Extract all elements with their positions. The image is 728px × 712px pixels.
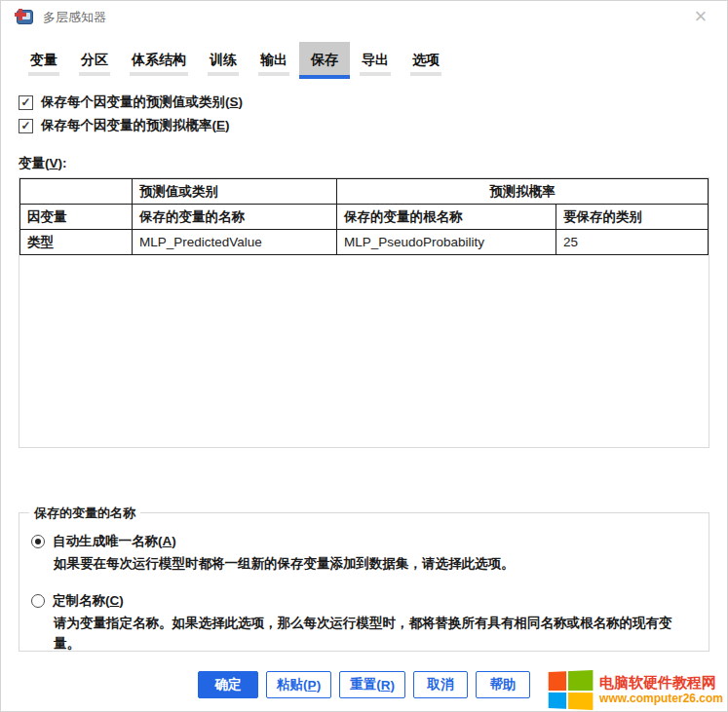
table-header-root-name: 保存的变量的根名称 [337, 205, 556, 230]
tab-partitions[interactable]: 分区 [69, 42, 120, 79]
cancel-button[interactable]: 取消 [413, 671, 468, 698]
group-title: 保存的变量的名称 [29, 505, 140, 522]
table-header-dependent-var: 因变量 [20, 205, 133, 230]
table-cell-row-label: 类型 [20, 230, 133, 255]
mlp-dialog: { "window": { "title": "多层感知器", "close_g… [0, 0, 728, 712]
table-group-header-pseudo-prob: 预测拟概率 [337, 179, 709, 205]
paste-button[interactable]: 粘贴(P) [266, 671, 331, 698]
checkbox-icon[interactable]: ✓ [19, 95, 33, 110]
tab-variables[interactable]: 变量 [19, 42, 69, 79]
watermark: 电脑软硬件教程网 www.computer26.com [547, 671, 723, 709]
tab-strip: 变量 分区 体系结构 训练 输出 保存 导出 选项 [19, 42, 727, 79]
table-row: 类型 MLP_PredictedValue MLP_PseudoProbabil… [20, 230, 709, 255]
tab-architecture[interactable]: 体系结构 [120, 42, 198, 79]
close-icon[interactable]: × [688, 5, 713, 28]
checkbox-label: 保存每个因变量的预测值或类别(S) [41, 94, 243, 111]
table-cell-empty [20, 179, 133, 205]
radio-custom-names[interactable]: 定制名称(C) [31, 592, 697, 610]
radio-label: 定制名称(C) [53, 592, 124, 610]
table-cell-pseudo-probability-name[interactable]: MLP_PseudoProbability [337, 230, 556, 255]
saved-variable-names-group: 保存的变量的名称 自动生成唯一名称(A) 如果要在每次运行模型时都将一组新的保存… [19, 512, 709, 652]
variables-label: 变量(V): [19, 155, 727, 172]
checkbox-save-predicted-value[interactable]: ✓ 保存每个因变量的预测值或类别(S) [19, 91, 727, 114]
tab-training[interactable]: 训练 [198, 42, 249, 79]
radio-custom-description: 请为变量指定名称。如果选择此选项，那么每次运行模型时，都将替换所有具有相同名称或… [54, 613, 697, 655]
variables-panel: 预测值或类别 预测拟概率 因变量 保存的变量的名称 保存的变量的根名称 要保存的… [19, 177, 709, 448]
ok-button[interactable]: 确定 [198, 671, 258, 698]
checkbox-label: 保存每个因变量的预测拟概率(E) [41, 117, 230, 134]
spss-dialog-icon [15, 9, 34, 26]
tab-save[interactable]: 保存 [299, 42, 350, 79]
radio-auto-generate-names[interactable]: 自动生成唯一名称(A) [31, 533, 697, 550]
tab-options[interactable]: 选项 [401, 42, 451, 79]
save-options: ✓ 保存每个因变量的预测值或类别(S) ✓ 保存每个因变量的预测拟概率(E) [19, 91, 727, 137]
checkbox-icon[interactable]: ✓ [19, 119, 33, 133]
window-title: 多层感知器 [43, 9, 106, 26]
radio-icon[interactable] [31, 535, 45, 548]
checkbox-save-pseudo-probability[interactable]: ✓ 保存每个因变量的预测拟概率(E) [19, 114, 727, 137]
tab-export[interactable]: 导出 [350, 42, 401, 79]
radio-icon[interactable] [31, 594, 45, 608]
windows-logo-icon [549, 670, 594, 710]
table-cell-predicted-value-name[interactable]: MLP_PredictedValue [133, 230, 337, 255]
help-button[interactable]: 帮助 [476, 671, 530, 698]
table-group-header-predicted: 预测值或类别 [133, 179, 337, 205]
radio-auto-description: 如果要在每次运行模型时都将一组新的保存变量添加到数据集，请选择此选项。 [54, 553, 697, 575]
table-header-saved-name: 保存的变量的名称 [133, 205, 337, 230]
tab-output[interactable]: 输出 [249, 42, 299, 79]
table-group-header-row: 预测值或类别 预测拟概率 [20, 179, 709, 205]
watermark-site-name: 电脑软硬件教程网 [599, 674, 723, 693]
radio-label: 自动生成唯一名称(A) [53, 533, 176, 550]
title-bar: 多层感知器 [1, 1, 727, 34]
table-header-row: 因变量 保存的变量的名称 保存的变量的根名称 要保存的类别 [20, 205, 709, 230]
variables-table: 预测值或类别 预测拟概率 因变量 保存的变量的名称 保存的变量的根名称 要保存的… [19, 178, 709, 255]
reset-button[interactable]: 重置(R) [339, 671, 405, 698]
table-cell-categories-to-save[interactable]: 25 [556, 230, 709, 255]
table-header-categories: 要保存的类别 [556, 205, 709, 230]
watermark-site-url: www.computer26.com [599, 692, 723, 706]
